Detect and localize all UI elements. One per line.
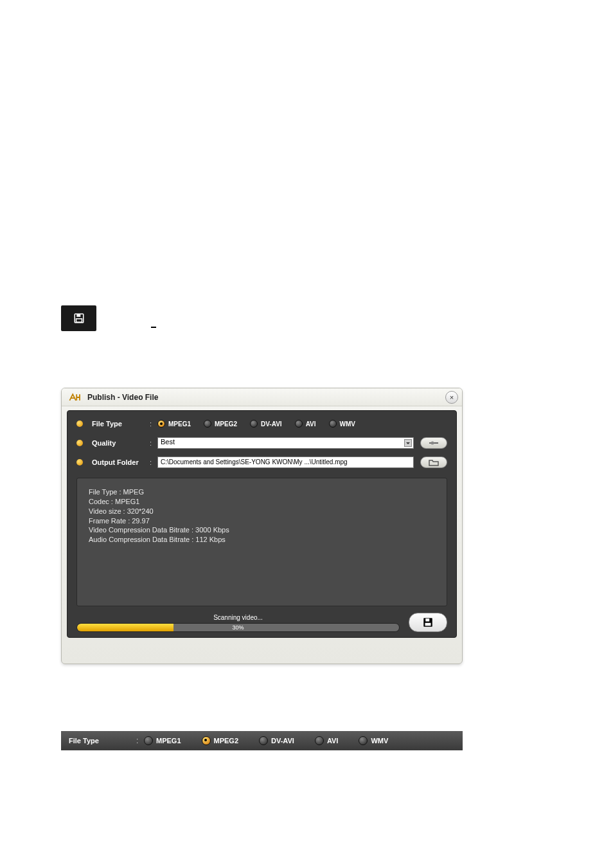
radio-label: MPEG1 — [168, 420, 191, 428]
radio-label: AVI — [306, 420, 316, 428]
publish-dialog: Publish - Video File × File Type : MPEG1… — [61, 388, 463, 664]
slider-icon — [429, 440, 439, 446]
radio-dot-icon — [315, 736, 324, 745]
radio-label: MPEG2 — [215, 420, 237, 428]
bullet-icon — [76, 420, 83, 427]
folder-open-icon — [429, 458, 439, 466]
info-line: Frame Rate : 29.97 — [89, 516, 435, 526]
file-type-radio-group: MPEG1 MPEG2 DV-AVI AVI WMV — [144, 736, 388, 745]
browse-button[interactable] — [420, 457, 447, 468]
info-line: Codec : MPEG1 — [89, 497, 435, 507]
dialog-titlebar: Publish - Video File × — [62, 388, 462, 406]
chevron-down-icon — [404, 439, 412, 447]
colon: : — [150, 439, 157, 447]
svg-point-4 — [431, 442, 434, 445]
progress-area: Scanning video... 30% — [76, 613, 447, 632]
decorative-dash — [151, 327, 156, 328]
file-type-row-standalone: File Type : MPEG1 MPEG2 DV-AVI AVI WMV — [61, 731, 463, 750]
quality-row: Quality : Best — [76, 437, 447, 449]
radio-dot-icon — [204, 420, 211, 428]
save-icon-small — [61, 305, 96, 331]
quality-label: Quality — [92, 439, 150, 447]
radio-dot-icon — [359, 736, 368, 745]
quality-settings-button[interactable] — [420, 437, 447, 449]
radio-dot-icon — [250, 420, 258, 428]
output-folder-input[interactable]: C:\Documents and Settings\SE-YONG KWON\M… — [157, 457, 414, 468]
radio-label: MPEG2 — [214, 737, 239, 745]
colon: : — [150, 458, 157, 466]
svg-rect-1 — [76, 314, 80, 317]
radio-dot-icon — [329, 420, 337, 428]
radio-dot-icon — [259, 736, 268, 745]
radio-avi[interactable]: AVI — [315, 736, 339, 745]
progress-percent: 30% — [77, 624, 399, 631]
info-line: Audio Compression Data Bitrate : 112 Kbp… — [89, 535, 435, 545]
colon: : — [136, 736, 144, 745]
radio-label: WMV — [340, 420, 355, 428]
radio-wmv[interactable]: WMV — [359, 736, 388, 745]
quality-select[interactable]: Best — [157, 437, 414, 449]
radio-mpeg1[interactable]: MPEG1 — [144, 736, 181, 745]
file-type-label: File Type — [69, 737, 136, 745]
radio-label: MPEG1 — [156, 737, 181, 745]
svg-rect-2 — [76, 319, 82, 322]
radio-label: AVI — [327, 737, 339, 745]
floppy-icon — [422, 617, 434, 628]
svg-rect-7 — [425, 623, 431, 626]
radio-dvavi[interactable]: DV-AVI — [259, 736, 294, 745]
radio-wmv[interactable]: WMV — [329, 420, 355, 428]
close-button[interactable]: × — [445, 391, 458, 404]
output-folder-label: Output Folder — [92, 458, 150, 466]
progress-status: Scanning video... — [76, 614, 400, 621]
radio-dot-icon — [144, 736, 153, 745]
radio-mpeg2[interactable]: MPEG2 — [204, 420, 237, 428]
file-type-radio-group: MPEG1 MPEG2 DV-AVI AVI WMV — [157, 420, 355, 428]
radio-dvavi[interactable]: DV-AVI — [250, 420, 282, 428]
radio-mpeg2[interactable]: MPEG2 — [202, 736, 239, 745]
app-logo-icon — [68, 392, 84, 402]
radio-label: DV-AVI — [271, 737, 294, 745]
file-type-row: File Type : MPEG1 MPEG2 DV-AVI AVI — [76, 417, 447, 430]
file-type-label: File Type — [92, 420, 150, 428]
radio-dot-icon — [202, 736, 211, 745]
output-folder-row: Output Folder : C:\Documents and Setting… — [76, 456, 447, 469]
radio-dot-icon — [157, 420, 165, 428]
dialog-title: Publish - Video File — [87, 393, 158, 402]
quality-value: Best — [161, 438, 175, 446]
progress-column: Scanning video... 30% — [76, 614, 400, 632]
bullet-icon — [76, 459, 83, 466]
encoding-info-box: File Type : MPEG Codec : MPEG1 Video siz… — [76, 478, 447, 606]
bullet-icon — [76, 440, 83, 446]
info-line: Video size : 320*240 — [89, 507, 435, 516]
radio-dot-icon — [295, 420, 303, 428]
radio-avi[interactable]: AVI — [295, 420, 316, 428]
radio-label: DV-AVI — [261, 420, 282, 428]
info-line: File Type : MPEG — [89, 487, 435, 497]
radio-label: WMV — [371, 737, 388, 745]
floppy-icon — [73, 312, 85, 324]
progress-bar: 30% — [76, 623, 400, 632]
svg-rect-6 — [425, 619, 429, 622]
save-button[interactable] — [409, 613, 447, 632]
close-icon: × — [450, 393, 454, 401]
radio-mpeg1[interactable]: MPEG1 — [157, 420, 191, 428]
info-line: Video Compression Data Bitrate : 3000 Kb… — [89, 525, 435, 535]
colon: : — [150, 420, 157, 428]
dialog-body: File Type : MPEG1 MPEG2 DV-AVI AVI — [67, 410, 457, 638]
